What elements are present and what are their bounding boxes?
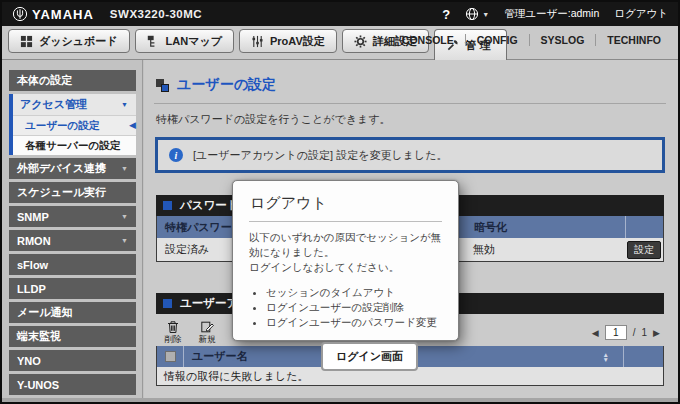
- sidebar-item-access-management[interactable]: アクセス管理 ▼: [13, 94, 136, 115]
- next-page-icon[interactable]: ▶: [653, 328, 660, 338]
- dialog-divider: [249, 221, 442, 222]
- trash-icon: [166, 320, 180, 334]
- chevron-down-icon: ▼: [121, 165, 128, 172]
- help-button[interactable]: ?: [442, 7, 450, 22]
- sidebar-item-user-settings[interactable]: ユーザーの設定 ◀: [13, 115, 136, 135]
- app-window: YAMAHA SWX3220-30MC ? ▼ 管理ユーザー:admin ログア…: [0, 0, 680, 404]
- sidebar-item-snmp[interactable]: SNMP ▼: [9, 206, 136, 227]
- page-title-icon: [156, 79, 169, 92]
- config-link[interactable]: CONFIG: [465, 34, 529, 46]
- globe-icon: [465, 7, 479, 21]
- chevron-down-icon: ▼: [121, 101, 128, 108]
- prev-page-icon[interactable]: ◀: [592, 328, 599, 338]
- info-icon: i: [169, 148, 183, 162]
- dialog-message-line2: ログインしなおしてください。: [249, 261, 399, 273]
- chevron-down-icon: ▼: [121, 237, 128, 244]
- sidebar-item-label: YNO: [17, 355, 41, 367]
- logout-reason-list: セッションのタイムアウト ログインユーザーの設定削除 ログインユーザーのパスワー…: [266, 285, 442, 331]
- tab-label: ProAV設定: [270, 34, 325, 49]
- col-header-action: [625, 216, 663, 238]
- sidebar-item-label: メール通知: [17, 305, 73, 320]
- chevron-down-icon: ▼: [121, 213, 128, 220]
- pagination: ◀ 1 / 1 ▶: [592, 318, 664, 340]
- tab-label: ダッシュボード: [39, 34, 118, 49]
- dialog-title: ログアウト: [250, 194, 442, 213]
- encryption-status: 無効: [465, 242, 625, 257]
- sort-icon[interactable]: ▲▼: [603, 352, 615, 362]
- tool-label: 削除: [165, 334, 182, 346]
- sidebar-item-label: ユーザーの設定: [25, 119, 99, 133]
- sidebar-nav: 本体の設定 アクセス管理 ▼ ユーザーの設定 ◀ 各種サーバーの設定 外部デバイ…: [2, 60, 143, 402]
- tool-label: 新規: [199, 334, 216, 346]
- tab-lan-map[interactable]: LANマップ: [135, 29, 234, 53]
- sidebar-item-label: 端末監視: [17, 329, 61, 344]
- tab-dashboard[interactable]: ダッシュボード: [8, 29, 130, 53]
- title-divider: [154, 103, 666, 104]
- select-all-checkbox[interactable]: [165, 351, 176, 362]
- col-header-username: ユーザー名: [192, 349, 248, 364]
- col-header-encryption: 暗号化: [465, 216, 625, 238]
- sidebar-item-label: LLDP: [17, 283, 46, 295]
- set-button[interactable]: 設定: [627, 241, 661, 259]
- tab-proav-settings[interactable]: ProAV設定: [239, 29, 337, 53]
- language-selector[interactable]: ▼: [465, 7, 489, 21]
- sidebar-item-label: スケジュール実行: [17, 185, 106, 200]
- sidebar-item-yno[interactable]: YNO: [9, 350, 136, 371]
- top-bar: YAMAHA SWX3220-30MC ? ▼ 管理ユーザー:admin ログア…: [2, 2, 678, 26]
- sliders-icon: [251, 35, 264, 48]
- sidebar-item-y-unos[interactable]: Y-UNOS: [9, 374, 136, 395]
- logout-dialog: ログアウト 以下のいずれかの原因でセッションが無効になりました。 ログインしなお…: [232, 180, 459, 341]
- list-item: ログインユーザーの設定削除: [266, 300, 442, 315]
- sidebar-item-mail-notification[interactable]: メール通知: [9, 302, 136, 323]
- logged-in-user-label: 管理ユーザー:admin: [504, 7, 599, 21]
- section-square-icon: [163, 201, 172, 210]
- bottom-strip: [2, 398, 678, 402]
- sidebar-item-sflow[interactable]: sFlow: [9, 254, 136, 275]
- lan-map-icon: [147, 35, 160, 48]
- sidebar-item-server-settings[interactable]: 各種サーバーの設定: [13, 135, 136, 155]
- page-title: ユーザーの設定: [177, 76, 276, 94]
- logout-link[interactable]: ログアウト: [614, 7, 668, 21]
- delete-button[interactable]: 削除: [158, 320, 188, 346]
- sidebar-group-access-management: アクセス管理 ▼ ユーザーの設定 ◀ 各種サーバーの設定: [9, 94, 136, 155]
- login-screen-button[interactable]: ログイン画面: [321, 342, 418, 371]
- tab-label: LANマップ: [166, 34, 222, 49]
- quick-links: CONSOLE CONFIG SYSLOG TECHINFO: [391, 34, 672, 46]
- page-number-input[interactable]: 1: [605, 325, 627, 340]
- new-document-icon: [200, 320, 214, 334]
- sidebar-item-system-settings[interactable]: 本体の設定: [9, 70, 136, 91]
- sidebar-item-label: sFlow: [17, 259, 48, 271]
- console-link[interactable]: CONSOLE: [391, 34, 465, 46]
- syslog-link[interactable]: SYSLOG: [529, 34, 596, 46]
- section-square-icon: [163, 299, 172, 308]
- list-item: ログインユーザーのパスワード変更: [266, 315, 442, 330]
- techinfo-link[interactable]: TECHINFO: [595, 34, 672, 46]
- sidebar-item-label: アクセス管理: [20, 97, 87, 112]
- sidebar-item-label: Y-UNOS: [17, 379, 59, 391]
- notice-text: [ユーザーアカウントの設定] 設定を変更しました。: [193, 148, 448, 163]
- sidebar-item-label: 各種サーバーの設定: [25, 139, 120, 153]
- page-separator: /: [633, 327, 636, 338]
- sidebar-item-terminal-monitoring[interactable]: 端末監視: [9, 326, 136, 347]
- page-total: 1: [642, 327, 648, 338]
- tab-bar: ダッシュボード LANマップ ProAV設定: [2, 26, 678, 60]
- yamaha-logo: YAMAHA: [12, 6, 94, 22]
- dialog-message-line1: 以下のいずれかの原因でセッションが無効になりました。: [249, 231, 441, 258]
- chevron-down-icon: ▼: [482, 11, 489, 18]
- brand-name: YAMAHA: [32, 7, 94, 22]
- sidebar-item-label: SNMP: [17, 211, 49, 223]
- list-item: セッションのタイムアウト: [266, 285, 442, 300]
- gear-icon: [354, 35, 367, 48]
- sidebar-item-label: RMON: [17, 235, 51, 247]
- sidebar-item-external-device[interactable]: 外部デバイス連携 ▼: [9, 158, 136, 179]
- sidebar-item-lldp[interactable]: LLDP: [9, 278, 136, 299]
- device-model: SWX3220-30MC: [110, 8, 202, 20]
- sidebar-item-schedule[interactable]: スケジュール実行: [9, 182, 136, 203]
- current-page-marker-icon: ◀: [129, 120, 136, 130]
- new-button[interactable]: 新規: [192, 320, 222, 346]
- yamaha-tuning-fork-icon: [12, 6, 28, 22]
- sidebar-item-label: 本体の設定: [17, 73, 72, 88]
- notice-banner: i [ユーザーアカウントの設定] 設定を変更しました。: [155, 137, 665, 173]
- dashboard-icon: [20, 35, 33, 48]
- sidebar-item-rmon[interactable]: RMON ▼: [9, 230, 136, 251]
